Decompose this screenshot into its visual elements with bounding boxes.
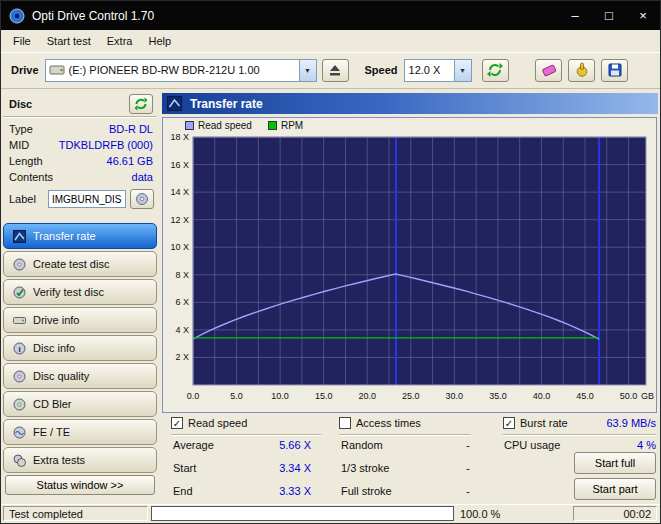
divider [503,434,656,435]
svg-text:35.0: 35.0 [489,391,507,401]
window-controls: – □ × [558,1,660,30]
sidebar-item-drive-info[interactable]: Drive info [3,307,157,333]
legend-read-speed-label: Read speed [198,120,252,131]
burst-rate-checkbox[interactable] [503,417,515,429]
sidebar-item-disc-quality[interactable]: Disc quality [3,363,157,389]
sidebar-item-label: Verify test disc [33,286,104,298]
refresh-icon [487,62,503,78]
titlebar: Opti Drive Control 1.70 – □ × [1,1,660,30]
chevron-down-icon[interactable]: ▼ [299,60,316,81]
save-results-button[interactable] [601,59,628,82]
erase-disc-button[interactable] [535,59,562,82]
disc-label-input[interactable] [48,190,126,208]
disc-length-label: Length [9,153,43,169]
disc-contents-label: Contents [9,169,53,185]
toolbar-right-group [535,59,628,82]
menu-extra[interactable]: Extra [99,32,141,50]
menu-help[interactable]: Help [140,32,179,50]
disc-info: Type BD-R DL MID TDKBLDRFB (000) Length … [1,117,159,185]
read-speed-checkbox-label: Read speed [188,417,247,429]
fe-te-icon [13,426,26,439]
app-icon [9,8,25,24]
sidebar-item-label: Disc info [33,342,75,354]
disc-info-icon: i [13,342,26,355]
disc-info-row-length: Length 46.61 GB [1,153,159,169]
cpu-usage-label: CPU usage [504,439,560,451]
sidebar-item-transfer-rate[interactable]: Transfer rate [3,223,157,249]
sidebar-item-cd-bler[interactable]: CD Bler [3,391,157,417]
read-speed-checkbox[interactable] [171,417,183,429]
disc-mid-value: TDKBLDRFB (000) [59,137,153,153]
refresh-disc-button[interactable] [129,94,153,114]
svg-text:16 X: 16 X [170,160,189,170]
drive-select-value: (E:) PIONEER BD-RW BDR-212U 1.00 [65,64,299,76]
maximize-button[interactable]: □ [592,1,626,30]
svg-text:i: i [18,344,20,353]
svg-text:45.0: 45.0 [576,391,594,401]
full-stroke-value: - [466,485,470,497]
elapsed-time: 00:02 [573,506,657,521]
sidebar: Disc Type BD-R DL MID TDKBLDRFB (000) L [1,89,159,503]
svg-text:6 X: 6 X [175,297,189,307]
progress-percent: 100.0 % [460,508,500,520]
hand-tool-button[interactable] [568,59,595,82]
refresh-icon [134,97,148,111]
access-times-checkbox[interactable] [339,417,351,429]
divider [171,434,321,435]
results-panel: Read speed Access times Burst rate 63.9 … [161,415,661,504]
legend-read-speed: Read speed [185,120,252,131]
svg-text:5.0: 5.0 [230,391,243,401]
status-window-button[interactable]: Status window >> [5,475,155,495]
main-panel-header: Transfer rate [162,93,658,114]
disc-info-row-contents: Contents data [1,169,159,185]
svg-text:2 X: 2 X [175,352,189,362]
svg-text:30.0: 30.0 [446,391,464,401]
save-icon [607,62,623,78]
sidebar-item-extra-tests[interactable]: Extra tests [3,447,157,473]
main-panel-title: Transfer rate [190,97,263,111]
sidebar-item-label: Disc quality [33,370,89,382]
sidebar-nav: Transfer rate Create test disc Verify te… [1,223,159,473]
svg-text:15.0: 15.0 [315,391,333,401]
sidebar-item-label: FE / TE [33,426,70,438]
eject-button[interactable] [322,59,349,82]
sidebar-item-label: CD Bler [33,398,72,410]
svg-text:50.0: 50.0 [620,391,638,401]
disc-type-value: BD-R DL [109,121,153,137]
cpu-usage-value: 4 % [591,439,656,451]
speed-select[interactable]: 12.0 X ▼ [404,59,472,82]
disc-label-button[interactable] [130,189,154,209]
disc-label-caption: Label [9,193,36,205]
disc-contents-value: data [132,169,153,185]
svg-text:25.0: 25.0 [402,391,420,401]
svg-text:10 X: 10 X [170,242,189,252]
start-part-button[interactable]: Start part [574,478,656,500]
svg-text:18 X: 18 X [170,133,189,142]
svg-text:20.0: 20.0 [358,391,376,401]
average-label: Average [173,439,214,451]
sidebar-item-verify-test-disc[interactable]: Verify test disc [3,279,157,305]
legend-rpm: RPM [268,120,303,131]
close-button[interactable]: × [626,1,660,30]
sidebar-item-create-test-disc[interactable]: Create test disc [3,251,157,277]
disc-header-label: Disc [3,98,32,110]
minimize-button[interactable]: – [558,1,592,30]
sidebar-item-fe-te[interactable]: FE / TE [3,419,157,445]
chevron-down-icon[interactable]: ▼ [454,60,471,81]
status-message: Test completed [3,506,148,521]
disc-type-label: Type [9,121,33,137]
speed-select-value: 12.0 X [405,64,454,76]
chart-icon [167,96,182,111]
refresh-speeds-button[interactable] [482,59,509,82]
sidebar-item-disc-info[interactable]: i Disc info [3,335,157,361]
end-label: End [173,485,193,497]
svg-text:GB: GB [641,391,654,401]
chart-icon [13,230,26,243]
start-full-button[interactable]: Start full [574,452,656,474]
menu-start-test[interactable]: Start test [39,32,99,50]
drive-select[interactable]: (E:) PIONEER BD-RW BDR-212U 1.00 ▼ [45,59,317,82]
transfer-rate-chart-widget: Read speed RPM 2 X4 X6 X8 X10 X12 X14 X1… [162,117,657,413]
menu-file[interactable]: File [5,32,39,50]
sidebar-item-label: Extra tests [33,454,85,466]
read-speed-swatch [185,121,194,130]
